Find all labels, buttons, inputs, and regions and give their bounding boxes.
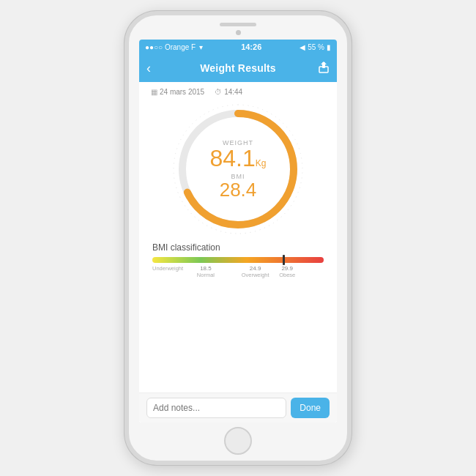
phone-frame: ●●○○ Orange F ▾ 14:26 ◀ 55 % ▮ ‹ Weight … [124, 11, 352, 465]
status-left: ●●○○ Orange F ▾ [145, 43, 203, 51]
status-time: 14:26 [241, 42, 261, 51]
battery-percent: 55 % [308, 43, 324, 51]
carrier-label: ●●○○ Orange F [145, 43, 196, 51]
bottom-bar: Done [139, 393, 337, 423]
status-right: ◀ 55 % ▮ [300, 43, 331, 51]
gauge-center: WEIGHT 84.1Kg BMI 28.4 [210, 139, 267, 199]
bmi-tick-24: 24.9 Overweight [242, 265, 269, 278]
bmi-bar-container: Underweight 18.5 Normal 24.9 Overweight … [152, 257, 324, 272]
date-text: 24 mars 2015 [160, 88, 204, 96]
calendar-icon: ▦ [151, 88, 157, 96]
bmi-labels: Underweight 18.5 Normal 24.9 Overweight … [152, 265, 324, 272]
content-area: ▦ 24 mars 2015 ⏱ 14:44 [139, 82, 337, 423]
share-button[interactable] [318, 62, 330, 75]
speaker [220, 23, 256, 26]
date-time-row: ▦ 24 mars 2015 ⏱ 14:44 [139, 88, 337, 96]
notes-input[interactable] [146, 398, 286, 418]
gauge-container: WEIGHT 84.1Kg BMI 28.4 [172, 103, 304, 235]
battery-icon: ▮ [327, 43, 331, 51]
screen: ●●○○ Orange F ▾ 14:26 ◀ 55 % ▮ ‹ Weight … [139, 40, 337, 423]
clock-icon: ⏱ [215, 88, 222, 96]
weight-value: 84.1Kg [210, 146, 267, 170]
bmi-value: 28.4 [220, 180, 257, 199]
location-icon: ◀ [300, 43, 305, 51]
status-bar: ●●○○ Orange F ▾ 14:26 ◀ 55 % ▮ [139, 40, 337, 54]
date-label: ▦ 24 mars 2015 [151, 88, 204, 96]
time-label: ⏱ 14:44 [215, 88, 242, 96]
nav-bar: ‹ Weight Results [139, 54, 337, 82]
back-button[interactable]: ‹ [146, 61, 151, 76]
bmi-section-title: BMI classification [152, 242, 324, 253]
wifi-icon: ▾ [199, 43, 203, 51]
bmi-bar [152, 257, 324, 263]
weight-unit: Kg [256, 158, 267, 168]
bmi-marker [283, 255, 285, 265]
time-text: 14:44 [224, 88, 242, 96]
bmi-tick-18: 18.5 Normal [197, 265, 215, 278]
nav-title: Weight Results [200, 62, 276, 74]
done-button[interactable]: Done [291, 398, 330, 418]
front-camera [236, 30, 241, 35]
home-button[interactable] [224, 427, 252, 455]
bmi-tick-underweight: Underweight [152, 265, 183, 272]
svg-marker-1 [321, 62, 327, 64]
bmi-tick-29: 29.9 Obese [279, 265, 295, 278]
phone-top [129, 15, 347, 35]
bmi-section: BMI classification Underweight 18.5 [139, 242, 337, 288]
